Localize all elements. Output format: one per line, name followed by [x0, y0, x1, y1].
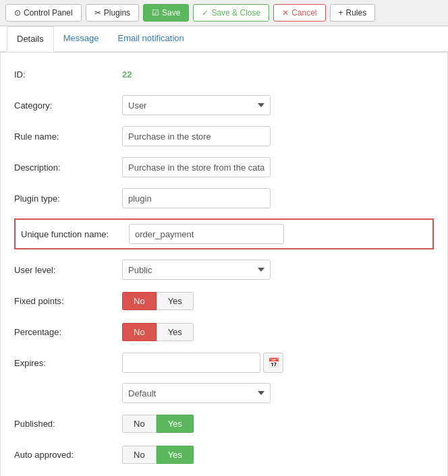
user-level-row: User level: Public	[14, 259, 434, 280]
tab-message[interactable]: Message	[54, 26, 109, 51]
control-panel-button[interactable]: ⊙ Control Panel	[5, 4, 82, 22]
fixed-points-yes-button[interactable]: Yes	[157, 292, 194, 310]
fixed-points-label: Fixed points:	[14, 296, 122, 306]
description-row: Description:	[14, 156, 434, 178]
user-level-select[interactable]: Public	[122, 260, 271, 280]
percentage-toggle: No Yes	[122, 323, 194, 341]
cancel-button[interactable]: ✕ Cancel	[273, 4, 325, 22]
published-label: Published:	[14, 419, 122, 429]
percentage-no-button[interactable]: No	[122, 323, 157, 341]
calendar-button[interactable]: 📅	[263, 353, 283, 373]
content-area: ID: 22 Category: User Rule name: Descrip…	[0, 52, 448, 476]
auto-approved-label: Auto approved:	[14, 450, 122, 460]
description-input[interactable]	[122, 157, 271, 177]
save-close-icon: ✓	[202, 8, 208, 18]
rules-button[interactable]: + Rules	[330, 4, 376, 22]
fixed-points-toggle: No Yes	[122, 292, 194, 310]
save-button[interactable]: ☑ Save	[143, 4, 189, 22]
description-label: Description:	[14, 162, 122, 173]
cancel-icon: ✕	[282, 8, 289, 18]
expires-label: Expires:	[14, 358, 122, 368]
unique-function-input[interactable]	[129, 224, 284, 244]
plugins-button[interactable]: ✂ Plugins	[86, 4, 139, 22]
percentage-label: Percentage:	[14, 327, 122, 337]
plugins-icon: ✂	[94, 8, 101, 18]
expires-row: Expires: 📅	[14, 352, 434, 374]
rules-icon: +	[339, 8, 343, 18]
fixed-points-row: Fixed points: No Yes	[14, 290, 434, 311]
category-row: Category: User	[14, 94, 434, 116]
category-select[interactable]: User	[122, 95, 271, 115]
toolbar: ⊙ Control Panel ✂ Plugins ☑ Save ✓ Save …	[0, 0, 448, 26]
unique-function-row: Unique function name:	[14, 218, 434, 249]
tab-details[interactable]: Details	[7, 26, 54, 52]
rule-name-input[interactable]	[122, 126, 271, 146]
id-label: ID:	[14, 69, 122, 80]
published-no-button[interactable]: No	[122, 415, 157, 433]
tabs: Details Message Email notification	[0, 26, 448, 52]
percentage-row: Percentage: No Yes	[14, 321, 434, 343]
plugin-type-input[interactable]	[122, 188, 271, 208]
auto-approved-row: Auto approved: No Yes	[14, 444, 434, 465]
plugin-type-row: Plugin type:	[14, 187, 434, 209]
auto-approved-yes-button[interactable]: Yes	[157, 446, 194, 464]
default-section: Default	[14, 383, 434, 403]
user-level-label: User level:	[14, 265, 122, 275]
auto-approved-toggle: No Yes	[122, 446, 194, 464]
id-value: 22	[122, 69, 132, 80]
default-select[interactable]: Default	[122, 383, 271, 403]
rule-name-label: Rule name:	[14, 131, 122, 142]
fixed-points-no-button[interactable]: No	[122, 292, 157, 310]
unique-function-label: Unique function name:	[21, 229, 129, 239]
control-panel-icon: ⊙	[14, 8, 21, 18]
published-yes-button[interactable]: Yes	[157, 415, 194, 433]
save-icon: ☑	[152, 8, 159, 18]
id-row: ID: 22	[14, 63, 434, 85]
auto-approved-no-button[interactable]: No	[122, 446, 157, 464]
rule-name-row: Rule name:	[14, 125, 434, 147]
expires-input[interactable]	[122, 353, 260, 373]
calendar-icon: 📅	[268, 357, 279, 368]
expires-wrap: 📅	[122, 353, 434, 373]
save-close-button[interactable]: ✓ Save & Close	[193, 4, 269, 22]
published-row: Published: No Yes	[14, 413, 434, 434]
published-toggle: No Yes	[122, 415, 194, 433]
category-label: Category:	[14, 100, 122, 111]
tab-email-notification[interactable]: Email notification	[109, 26, 194, 51]
percentage-yes-button[interactable]: Yes	[157, 323, 194, 341]
plugin-type-label: Plugin type:	[14, 194, 122, 204]
